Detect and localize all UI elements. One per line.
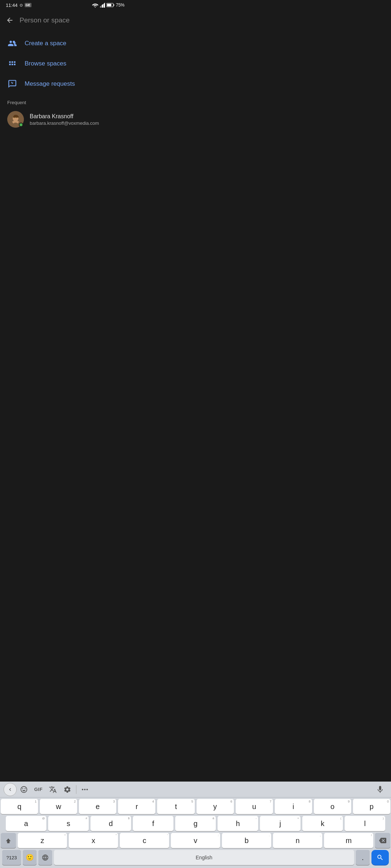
message-requests-label: Message requests bbox=[25, 80, 75, 88]
status-time: 11:44 bbox=[6, 3, 18, 8]
battery-percentage: 75% bbox=[116, 3, 125, 8]
online-indicator bbox=[19, 123, 23, 127]
create-space-label: Create a space bbox=[25, 40, 66, 47]
avatar bbox=[7, 111, 24, 128]
svg-rect-5 bbox=[107, 4, 111, 7]
contact-item-barbara[interactable]: Barbara Krasnoff barbara.krasnoff@voxmed… bbox=[0, 107, 130, 132]
menu-list: Create a space Browse spaces Message req… bbox=[0, 30, 130, 97]
frequent-section-label: Frequent bbox=[0, 97, 130, 107]
svg-marker-2 bbox=[100, 5, 101, 8]
message-requests-icon bbox=[7, 79, 17, 89]
create-space-icon bbox=[7, 38, 17, 48]
search-input[interactable]: Person or space bbox=[20, 16, 125, 24]
message-requests-item[interactable]: Message requests bbox=[0, 74, 130, 94]
battery-icon bbox=[106, 3, 114, 7]
contact-info: Barbara Krasnoff barbara.krasnoff@voxmed… bbox=[30, 113, 99, 126]
status-icons-right: 75% bbox=[92, 3, 125, 8]
back-button[interactable] bbox=[6, 16, 14, 24]
create-space-item[interactable]: Create a space bbox=[0, 33, 130, 54]
svg-marker-0 bbox=[104, 3, 105, 8]
search-header: Person or space bbox=[0, 10, 130, 30]
contact-name: Barbara Krasnoff bbox=[30, 113, 99, 120]
browse-spaces-icon bbox=[7, 59, 17, 69]
status-bar: 11:44 ⊙ GE 75% bbox=[0, 0, 130, 10]
contact-email: barbara.krasnoff@voxmedia.com bbox=[30, 120, 99, 126]
signal-icon bbox=[100, 3, 105, 8]
svg-rect-4 bbox=[113, 4, 114, 6]
status-icon-ge: GE bbox=[25, 3, 31, 7]
status-icon-camera: ⊙ bbox=[20, 3, 23, 8]
wifi-icon bbox=[92, 3, 98, 8]
browse-spaces-item[interactable]: Browse spaces bbox=[0, 54, 130, 74]
browse-spaces-label: Browse spaces bbox=[25, 60, 66, 67]
svg-marker-1 bbox=[102, 4, 103, 8]
